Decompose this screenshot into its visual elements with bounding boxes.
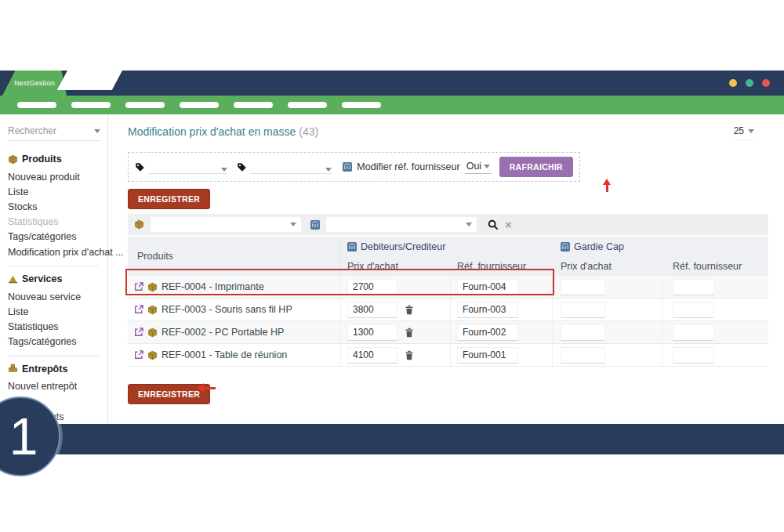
sidebar-item-tags-services[interactable]: Tags/catégories — [8, 335, 107, 349]
package-icon — [134, 219, 144, 230]
nav-pill-placeholder — [17, 102, 56, 108]
column-header-ref-fournisseur-2: Réf. fournisseur — [662, 261, 768, 272]
column-header-ref-fournisseur-1: Réf. fournisseur — [451, 261, 553, 272]
price-input[interactable] — [347, 347, 397, 364]
column-header-prix-achat-2: Prix d'achat — [553, 261, 662, 272]
section-entrepots: Entrepôts — [8, 364, 107, 375]
tag-icon — [135, 162, 145, 172]
footer-bar — [0, 424, 784, 454]
price-input[interactable] — [347, 279, 397, 295]
bank-icon — [343, 162, 352, 172]
sidebar-search-select[interactable]: Rechercher — [8, 125, 100, 141]
cone-icon — [8, 274, 18, 284]
section-label: Produits — [22, 154, 62, 165]
ref-input-gardie[interactable] — [673, 279, 714, 295]
green-dot-icon — [746, 79, 753, 87]
sidebar-item-liste-produits[interactable]: Liste — [8, 184, 107, 199]
sidebar-item-nouvel-entrepot[interactable]: Nouvel entrepôt — [8, 379, 107, 394]
bank-icon — [310, 220, 320, 230]
bank-icon — [561, 242, 570, 252]
window-dots — [729, 79, 770, 87]
nav-pill-placeholder — [342, 102, 381, 108]
sidebar-item-statistiques-services[interactable]: Statistiques — [8, 320, 107, 335]
ref-input[interactable] — [457, 324, 518, 341]
modify-ref-select[interactable]: Oui — [465, 160, 492, 174]
ref-input-gardie[interactable] — [673, 324, 714, 341]
sidebar-item-liste-services[interactable]: Liste — [8, 304, 107, 319]
column-header-produits: Produits — [128, 237, 341, 276]
sidebar-item-nouveau-service[interactable]: Nouveau service — [8, 289, 107, 304]
product-filter-select[interactable] — [151, 217, 301, 232]
modify-ref-value: Oui — [466, 161, 481, 172]
red-dot-icon — [762, 79, 770, 87]
warehouse-icon — [8, 364, 18, 374]
product-link[interactable]: REF-0002 - PC Portable HP — [162, 327, 284, 338]
search-icon[interactable] — [488, 219, 499, 230]
trash-icon[interactable] — [405, 305, 414, 315]
ref-input[interactable] — [457, 279, 518, 295]
price-input-gardie[interactable] — [561, 324, 605, 341]
clear-search-icon[interactable]: × — [505, 219, 512, 230]
sidebar-item-stocks[interactable]: Stocks — [8, 199, 107, 214]
table-header: Produits Debiteurs/Crediteur Gardie Cap — [128, 237, 768, 276]
price-input-gardie[interactable] — [561, 302, 605, 318]
sidebar: Rechercher Produits Nouveau produit List… — [0, 114, 108, 424]
refresh-button[interactable]: RAFRAICHIR — [499, 157, 573, 177]
chevron-down-icon — [484, 165, 490, 168]
filter-panel: Modifier réf. fournisseur Oui RAFRAICHIR — [128, 152, 580, 182]
external-link-icon[interactable] — [134, 350, 143, 360]
external-link-icon[interactable] — [134, 305, 143, 314]
section-label: Entrepôts — [22, 364, 67, 375]
divider — [8, 266, 99, 266]
ref-input-gardie[interactable] — [673, 302, 714, 318]
supplier-filter-select[interactable] — [326, 217, 477, 232]
step-number: 1 — [9, 407, 38, 466]
external-link-icon[interactable] — [134, 282, 143, 291]
tag-filter-select-1[interactable] — [148, 160, 227, 174]
annotation-arrow-left — [198, 383, 216, 393]
page-size-select[interactable]: 25 — [732, 125, 756, 140]
package-icon — [147, 282, 158, 292]
nav-pill-placeholder — [125, 102, 165, 108]
external-link-icon[interactable] — [134, 328, 143, 337]
nav-pill-placeholder — [234, 102, 273, 108]
ref-input[interactable] — [457, 302, 518, 318]
table-row: REF-0003 - Souris sans fil HP — [128, 299, 768, 321]
price-input[interactable] — [347, 324, 397, 341]
nav-pill-placeholder — [288, 102, 327, 108]
trash-icon[interactable] — [405, 350, 414, 360]
page-size-value: 25 — [734, 125, 744, 136]
brand-name: NextGestion — [14, 79, 55, 87]
divider — [8, 356, 99, 356]
package-icon — [147, 305, 158, 315]
brand-tab[interactable]: NextGestion — [2, 71, 67, 96]
sidebar-item-nouveau-produit[interactable]: Nouveau produit — [8, 169, 107, 184]
tag-filter-select-2[interactable] — [250, 160, 332, 174]
save-button-top[interactable]: ENREGISTRER — [128, 189, 210, 209]
nav-pill-placeholder — [71, 102, 111, 108]
package-icon — [147, 328, 158, 338]
price-input[interactable] — [347, 302, 397, 318]
product-link[interactable]: REF-0003 - Souris sans fil HP — [162, 304, 292, 315]
chevron-down-icon — [221, 168, 227, 172]
yellow-dot-icon — [729, 79, 737, 87]
column-header-prix-achat-1: Prix d'achat — [341, 261, 451, 272]
section-produits: Produits — [8, 154, 107, 165]
product-link[interactable]: REF-0001 - Table de réunion — [162, 349, 287, 360]
chevron-down-icon — [325, 168, 332, 172]
sidebar-item-modification-prix-achat[interactable]: Modification prix d'achat ... — [8, 244, 107, 259]
product-link[interactable]: REF-0004 - Imprimante — [162, 281, 264, 292]
top-app-bar: NextGestion — [0, 71, 784, 96]
trash-icon[interactable] — [405, 328, 414, 338]
ref-input[interactable] — [457, 347, 518, 364]
price-input-gardie[interactable] — [561, 279, 605, 295]
main-menu-bar — [0, 96, 784, 114]
ref-input-gardie[interactable] — [673, 347, 714, 364]
price-input-gardie[interactable] — [561, 347, 605, 364]
chevron-down-icon — [748, 129, 754, 133]
sidebar-item-tags-produits[interactable]: Tags/catégories — [8, 230, 107, 244]
group-header-debiteurs: Debiteurs/Crediteur — [341, 241, 553, 252]
table-filter-toolbar: × — [128, 214, 768, 235]
search-placeholder: Rechercher — [8, 125, 56, 136]
package-icon — [8, 154, 18, 165]
